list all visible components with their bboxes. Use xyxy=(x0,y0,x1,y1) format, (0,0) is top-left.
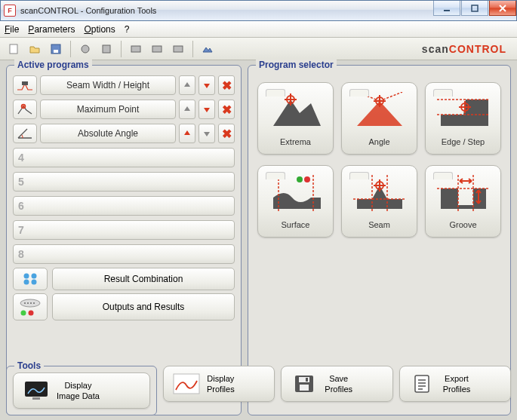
program-selector-panel: Program selector Extrema Angle xyxy=(248,65,511,415)
program-slot-1[interactable]: Seam Width / Height xyxy=(40,75,176,95)
menu-file[interactable]: File xyxy=(5,24,19,35)
svg-point-26 xyxy=(297,176,303,182)
close-button[interactable] xyxy=(489,1,516,16)
window-titlebar: F scanCONTROL - Configuration Tools xyxy=(0,0,517,21)
svg-point-21 xyxy=(21,311,26,316)
program-slot-empty-8[interactable]: 8 xyxy=(13,244,235,264)
move-up-button[interactable] xyxy=(179,100,195,119)
outputs-results-icon xyxy=(13,293,48,320)
svg-rect-7 xyxy=(131,46,140,52)
selector-surface[interactable]: Surface xyxy=(257,165,334,238)
monitor-icon xyxy=(23,379,50,402)
result-combination-button[interactable]: Result Combination xyxy=(52,268,235,290)
svg-rect-34 xyxy=(300,385,309,391)
svg-rect-2 xyxy=(10,44,17,54)
delete-button[interactable]: ✖ xyxy=(218,75,235,95)
program-icon-maxpoint xyxy=(13,100,37,119)
svg-rect-9 xyxy=(174,46,183,52)
program-slot-empty-7[interactable]: 7 xyxy=(13,220,235,240)
program-selector-legend: Program selector xyxy=(256,60,337,70)
move-down-button[interactable] xyxy=(198,124,215,143)
svg-rect-30 xyxy=(32,397,40,400)
toolbar-new-icon[interactable] xyxy=(5,40,23,58)
svg-point-17 xyxy=(24,302,26,304)
program-row-2: Maximum Point ✖ xyxy=(13,99,235,120)
svg-rect-0 xyxy=(444,10,450,11)
toolbar-btn6-icon[interactable] xyxy=(127,40,145,58)
outputs-results-button[interactable]: Outputs and Results xyxy=(52,293,235,320)
tools-legend: Tools xyxy=(14,360,44,371)
brand-logo: scanCONTROL xyxy=(422,43,512,55)
menu-options[interactable]: Options xyxy=(84,24,115,35)
program-slot-empty-5[interactable]: 5 xyxy=(13,172,235,192)
toolbar-save-icon[interactable] xyxy=(47,40,65,58)
svg-point-19 xyxy=(30,302,32,304)
svg-point-18 xyxy=(27,302,29,304)
toolbar-btn7-icon[interactable] xyxy=(148,40,166,58)
program-icon-angle xyxy=(13,124,37,143)
move-up-button[interactable] xyxy=(179,124,195,143)
selector-angle[interactable]: Angle xyxy=(341,82,417,155)
program-slot-2[interactable]: Maximum Point xyxy=(40,100,176,119)
profile-curve-icon xyxy=(173,372,200,395)
display-profiles-button[interactable]: Display Profiles xyxy=(163,366,275,402)
program-slot-empty-4[interactable]: 4 xyxy=(13,148,235,167)
toolbar-open-icon[interactable] xyxy=(26,40,44,58)
svg-point-15 xyxy=(32,280,37,285)
program-icon-seam xyxy=(13,75,37,95)
program-row-1: Seam Width / Height ✖ xyxy=(13,75,235,96)
svg-rect-6 xyxy=(103,45,110,53)
menu-help[interactable]: ? xyxy=(125,24,130,35)
display-image-data-button[interactable]: Display Image Data xyxy=(13,372,150,409)
program-slot-3[interactable]: Absolute Angle xyxy=(40,124,176,143)
program-row-3: Absolute Angle ✖ xyxy=(13,123,235,144)
menubar: File Parameters Options ? xyxy=(0,21,517,38)
toolbar-btn9-icon[interactable] xyxy=(198,40,217,58)
svg-rect-8 xyxy=(152,46,162,52)
svg-rect-1 xyxy=(472,5,478,11)
svg-point-14 xyxy=(24,280,29,285)
toolbar: scanCONTROL xyxy=(0,38,517,60)
selector-groove[interactable]: Groove xyxy=(425,165,501,238)
move-down-button[interactable] xyxy=(198,75,215,95)
export-profiles-button[interactable]: Export Profiles xyxy=(399,366,511,402)
toolbar-btn8-icon[interactable] xyxy=(169,40,187,58)
svg-point-20 xyxy=(33,302,35,304)
window-title: scanCONTROL - Configuration Tools xyxy=(20,6,156,15)
delete-button[interactable]: ✖ xyxy=(218,100,235,119)
svg-point-12 xyxy=(24,274,29,279)
tools-panel: Tools Display Image Data xyxy=(6,366,157,415)
delete-button[interactable]: ✖ xyxy=(218,124,235,143)
toolbar-btn4-icon[interactable] xyxy=(76,40,94,58)
export-icon xyxy=(409,372,436,395)
svg-point-22 xyxy=(29,311,34,316)
move-up-button[interactable] xyxy=(179,75,195,95)
toolbar-btn5-icon[interactable] xyxy=(97,40,115,58)
minimize-button[interactable] xyxy=(433,1,460,16)
selector-extrema[interactable]: Extrema xyxy=(257,82,334,155)
svg-point-5 xyxy=(82,45,89,53)
save-profiles-button[interactable]: Save Profiles xyxy=(281,366,392,402)
move-down-button[interactable] xyxy=(198,100,215,119)
app-icon: F xyxy=(4,5,16,17)
svg-point-13 xyxy=(32,274,37,279)
svg-rect-4 xyxy=(54,50,58,53)
svg-rect-35 xyxy=(306,378,308,382)
svg-rect-10 xyxy=(22,81,28,85)
menu-parameters[interactable]: Parameters xyxy=(28,24,75,35)
maximize-button[interactable] xyxy=(461,1,488,16)
selector-edge-step[interactable]: Edge / Step xyxy=(425,82,501,155)
result-combination-icon xyxy=(13,268,48,290)
svg-point-27 xyxy=(304,176,310,182)
save-icon xyxy=(291,372,318,395)
active-programs-legend: Active programs xyxy=(14,60,92,70)
program-slot-empty-6[interactable]: 6 xyxy=(13,196,235,216)
selector-seam[interactable]: Seam xyxy=(341,165,417,238)
